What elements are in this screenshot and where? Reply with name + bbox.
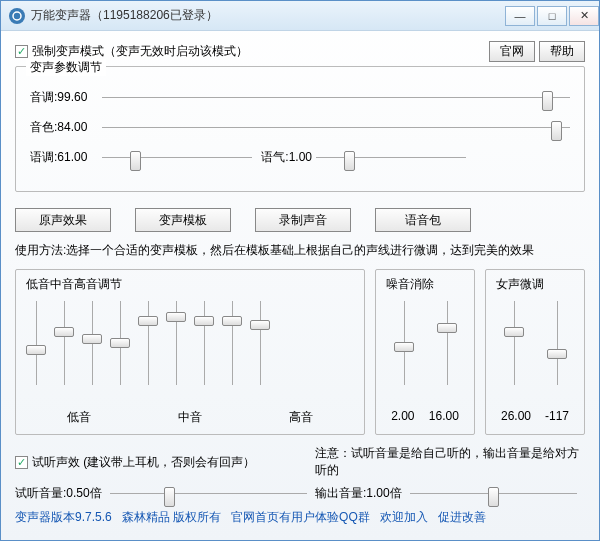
vslider-thumb[interactable] xyxy=(138,316,158,326)
vslider[interactable] xyxy=(492,295,535,405)
female-title: 女声微调 xyxy=(492,276,578,293)
female-value-row: 26.00 -117 xyxy=(492,405,578,429)
timbre-row: 音色:84.00 xyxy=(30,117,570,137)
eq-title: 低音中音高音调节 xyxy=(22,276,358,293)
mood-thumb[interactable] xyxy=(344,151,355,171)
content-area: 强制变声模式（变声无效时启动该模式） 官网 帮助 变声参数调节 音调:99.60… xyxy=(1,31,599,536)
vslider[interactable] xyxy=(162,295,190,405)
noise-group: 噪音消除 2.00 16.00 xyxy=(375,269,475,435)
female-group: 女声微调 26.00 -117 xyxy=(485,269,585,435)
svg-point-0 xyxy=(13,12,21,20)
bottom-section: 试听声效 (建议带上耳机，否则会有回声） 注意：试听音量是给自己听的，输出音量是… xyxy=(15,445,585,526)
maximize-button[interactable]: □ xyxy=(537,6,567,26)
help-button[interactable]: 帮助 xyxy=(539,41,585,62)
eq-band-labels: 低音 中音 高音 xyxy=(22,405,358,432)
vslider-thumb[interactable] xyxy=(54,327,74,337)
pitch-slider[interactable] xyxy=(102,87,570,107)
window-title: 万能变声器（1195188206已登录） xyxy=(31,7,503,24)
force-mode-label: 强制变声模式（变声无效时启动该模式） xyxy=(32,43,248,60)
vslider-thumb[interactable] xyxy=(250,320,270,330)
footer-welcome[interactable]: 欢迎加入 xyxy=(380,509,428,526)
eq-mid-label: 中音 xyxy=(178,409,202,426)
vslider-thumb[interactable] xyxy=(194,316,214,326)
force-mode-checkbox[interactable] xyxy=(15,45,28,58)
pitch-row: 音调:99.60 xyxy=(30,87,570,107)
tone-label: 语调:61.00 xyxy=(30,149,102,166)
timbre-label: 音色:84.00 xyxy=(30,119,102,136)
vslider-thumb[interactable] xyxy=(110,338,130,348)
vslider-thumb[interactable] xyxy=(82,334,102,344)
preview-vol-label: 试听音量:0.50倍 xyxy=(15,485,102,502)
voice-params-title: 变声参数调节 xyxy=(26,59,106,76)
noise-val-b: 16.00 xyxy=(429,409,459,423)
original-button[interactable]: 原声效果 xyxy=(15,208,111,232)
noise-val-a: 2.00 xyxy=(391,409,414,423)
titlebar: 万能变声器（1195188206已登录） — □ ✕ xyxy=(1,1,599,31)
vslider[interactable] xyxy=(246,295,274,405)
footer: 变声器版本9.7.5.6 森林精品 版权所有 官网首页有用户体验QQ群 欢迎加入… xyxy=(15,509,585,526)
noise-title: 噪音消除 xyxy=(382,276,468,293)
preview-top-row: 试听声效 (建议带上耳机，否则会有回声） 注意：试听音量是给自己听的，输出音量是… xyxy=(15,445,585,479)
vslider-thumb[interactable] xyxy=(547,349,567,359)
vslider[interactable] xyxy=(425,295,468,405)
output-vol-slider[interactable] xyxy=(410,483,577,503)
template-button[interactable]: 变声模板 xyxy=(135,208,231,232)
preview-note: 注意：试听音量是给自己听的，输出音量是给对方听的 xyxy=(315,445,585,479)
vslider[interactable] xyxy=(78,295,106,405)
eq-group: 低音中音高音调节 低音 中音 高音 xyxy=(15,269,365,435)
mood-label: 语气:1.00 xyxy=(252,149,312,166)
voice-params-group: 变声参数调节 音调:99.60 音色:84.00 语调:61.00 语气:1.0… xyxy=(15,66,585,192)
footer-version[interactable]: 变声器版本9.7.5.6 xyxy=(15,509,112,526)
vslider[interactable] xyxy=(190,295,218,405)
tone-thumb[interactable] xyxy=(130,151,141,171)
site-button[interactable]: 官网 xyxy=(489,41,535,62)
noise-value-row: 2.00 16.00 xyxy=(382,405,468,429)
eq-high-label: 高音 xyxy=(289,409,313,426)
mood-slider[interactable] xyxy=(316,147,466,167)
eq-row: 低音中音高音调节 低音 中音 高音 噪音消除 2.00 16.00 女声微调 xyxy=(15,269,585,435)
vslider[interactable] xyxy=(382,295,425,405)
tone-slider[interactable] xyxy=(102,147,252,167)
preview-label: 试听声效 (建议带上耳机，否则会有回声） xyxy=(32,454,255,471)
preview-vol-thumb[interactable] xyxy=(164,487,175,507)
vslider-thumb[interactable] xyxy=(26,345,46,355)
timbre-thumb[interactable] xyxy=(551,121,562,141)
female-val-b: -117 xyxy=(545,409,569,423)
timbre-slider[interactable] xyxy=(102,117,570,137)
preview-checkbox[interactable] xyxy=(15,456,28,469)
voicepack-button[interactable]: 语音包 xyxy=(375,208,471,232)
output-vol-thumb[interactable] xyxy=(488,487,499,507)
output-vol-label: 输出音量:1.00倍 xyxy=(315,485,402,502)
noise-sliders xyxy=(382,295,468,405)
vslider-thumb[interactable] xyxy=(222,316,242,326)
usage-hint: 使用方法:选择一个合适的变声模板，然后在模板基础上根据自己的声线进行微调，达到完… xyxy=(15,242,585,259)
preview-vol-slider[interactable] xyxy=(110,483,307,503)
vslider-thumb[interactable] xyxy=(504,327,524,337)
record-button[interactable]: 录制声音 xyxy=(255,208,351,232)
vslider[interactable] xyxy=(218,295,246,405)
vslider-thumb[interactable] xyxy=(437,323,457,333)
vslider[interactable] xyxy=(134,295,162,405)
action-buttons: 原声效果 变声模板 录制声音 语音包 xyxy=(15,208,585,232)
eq-low-label: 低音 xyxy=(67,409,91,426)
female-val-a: 26.00 xyxy=(501,409,531,423)
vslider[interactable] xyxy=(535,295,578,405)
tone-mood-row: 语调:61.00 语气:1.00 xyxy=(30,147,570,167)
pitch-label: 音调:99.60 xyxy=(30,89,102,106)
vslider[interactable] xyxy=(50,295,78,405)
pitch-thumb[interactable] xyxy=(542,91,553,111)
app-icon xyxy=(9,8,25,24)
vslider-thumb[interactable] xyxy=(394,342,414,352)
footer-copyright[interactable]: 森林精品 版权所有 xyxy=(122,509,221,526)
eq-sliders xyxy=(22,295,358,405)
close-button[interactable]: ✕ xyxy=(569,6,599,26)
vslider[interactable] xyxy=(106,295,134,405)
window-controls: — □ ✕ xyxy=(503,6,599,26)
footer-improve[interactable]: 促进改善 xyxy=(438,509,486,526)
footer-qq[interactable]: 官网首页有用户体验QQ群 xyxy=(231,509,370,526)
app-window: 万能变声器（1195188206已登录） — □ ✕ 强制变声模式（变声无效时启… xyxy=(0,0,600,541)
vslider-thumb[interactable] xyxy=(166,312,186,322)
vslider[interactable] xyxy=(22,295,50,405)
volume-row: 试听音量:0.50倍 输出音量:1.00倍 xyxy=(15,483,585,503)
minimize-button[interactable]: — xyxy=(505,6,535,26)
